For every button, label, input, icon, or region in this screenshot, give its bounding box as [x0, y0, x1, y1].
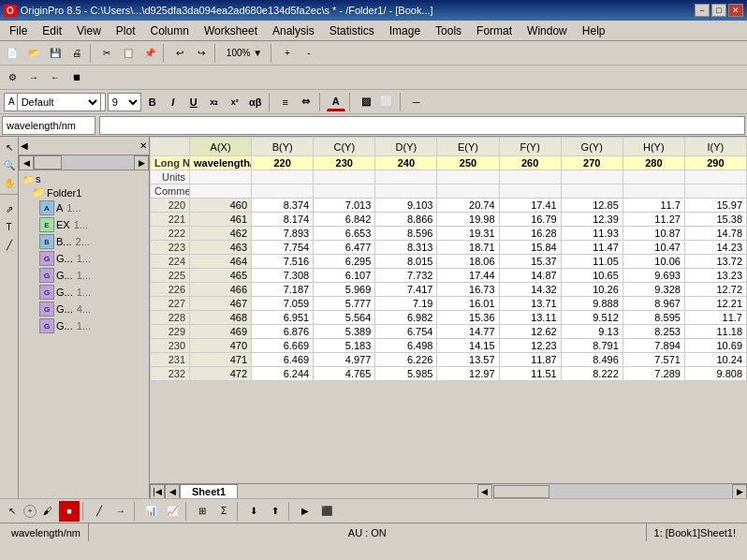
cell-11-4[interactable]: 13.57: [437, 353, 499, 367]
cell-12-3[interactable]: 5.985: [375, 367, 437, 381]
subscript-button[interactable]: x₂: [205, 93, 224, 111]
menu-statistics[interactable]: Statistics: [322, 22, 382, 39]
menu-edit[interactable]: Edit: [35, 22, 69, 39]
tree-item-2[interactable]: B B... 2...: [21, 233, 147, 250]
cell-6-7[interactable]: 9.328: [622, 283, 684, 297]
tree-left-btn[interactable]: ◀: [19, 155, 34, 170]
cell-5-2[interactable]: 6.107: [314, 269, 375, 283]
font-select[interactable]: Default: [17, 93, 101, 111]
units-g[interactable]: [561, 170, 622, 184]
cell-1-6[interactable]: 12.39: [561, 213, 622, 227]
font-size-select[interactable]: 9: [108, 93, 141, 111]
cell-5-3[interactable]: 7.732: [375, 269, 437, 283]
cell-7-5[interactable]: 13.71: [499, 297, 561, 311]
long-name-h[interactable]: 280: [622, 156, 684, 170]
col-header-g[interactable]: G(Y): [561, 138, 622, 156]
tree-item-6[interactable]: G G... 4...: [21, 301, 147, 317]
units-f[interactable]: [499, 170, 561, 184]
col-header-i[interactable]: I(Y): [684, 138, 746, 156]
menu-worksheet[interactable]: Worksheet: [197, 22, 265, 39]
tree-item-7[interactable]: G G... 1...: [21, 317, 147, 334]
cell-9-0[interactable]: 469: [190, 325, 252, 339]
cell-11-7[interactable]: 7.571: [622, 353, 684, 367]
superscript-button[interactable]: x²: [226, 93, 244, 111]
cell-9-6[interactable]: 9.13: [561, 325, 622, 339]
cell-0-7[interactable]: 11.7: [622, 199, 684, 213]
cell-7-4[interactable]: 16.01: [437, 297, 499, 311]
col-header-h[interactable]: H(Y): [622, 138, 684, 156]
cell-10-6[interactable]: 8.791: [561, 339, 622, 353]
close-button[interactable]: ✕: [728, 4, 743, 17]
arrow-tool[interactable]: ⇗: [1, 200, 18, 217]
open-btn[interactable]: 📂: [23, 43, 44, 64]
cell-11-8[interactable]: 10.24: [684, 353, 746, 367]
draw-btn[interactable]: ╱: [89, 501, 110, 522]
scroll-right-btn[interactable]: ▶: [732, 484, 747, 499]
menu-view[interactable]: View: [69, 22, 109, 39]
italic-button[interactable]: I: [164, 93, 183, 111]
underline-button[interactable]: U: [184, 93, 203, 111]
cell-8-5[interactable]: 13.11: [499, 311, 561, 325]
long-name-e[interactable]: 250: [437, 156, 499, 170]
cell-1-5[interactable]: 16.79: [499, 213, 561, 227]
calc-btn[interactable]: Σ: [213, 501, 234, 522]
cell-6-3[interactable]: 7.417: [375, 283, 437, 297]
menu-window[interactable]: Window: [520, 22, 575, 39]
cell-11-2[interactable]: 4.977: [314, 353, 375, 367]
font-color-btn[interactable]: A: [327, 93, 345, 111]
line-tool[interactable]: ╱: [1, 236, 18, 253]
cell-12-0[interactable]: 472: [190, 367, 252, 381]
cell-5-5[interactable]: 14.87: [499, 269, 561, 283]
col-header-d[interactable]: D(Y): [375, 138, 437, 156]
cell-5-7[interactable]: 9.693: [622, 269, 684, 283]
col-header-a[interactable]: A(X): [190, 138, 252, 156]
bold-button[interactable]: B: [143, 93, 162, 111]
arrow2-btn[interactable]: ←: [45, 67, 66, 88]
cell-8-6[interactable]: 9.512: [561, 311, 622, 325]
cell-0-6[interactable]: 12.85: [561, 199, 622, 213]
menu-image[interactable]: Image: [382, 22, 428, 39]
chart2-btn[interactable]: 📈: [162, 501, 183, 522]
cell-4-5[interactable]: 15.37: [499, 255, 561, 269]
first-sheet-btn[interactable]: |◀: [150, 484, 165, 499]
cell-3-3[interactable]: 8.313: [375, 241, 437, 255]
maximize-button[interactable]: □: [711, 4, 726, 17]
cell-4-0[interactable]: 464: [190, 255, 252, 269]
minimize-button[interactable]: −: [695, 4, 710, 17]
cell-5-6[interactable]: 10.65: [561, 269, 622, 283]
col-remove-btn[interactable]: -: [299, 43, 319, 64]
long-name-d[interactable]: 240: [375, 156, 437, 170]
long-name-f[interactable]: 260: [499, 156, 561, 170]
cell-7-7[interactable]: 8.967: [622, 297, 684, 311]
cell-12-8[interactable]: 9.808: [684, 367, 746, 381]
cell-4-2[interactable]: 6.295: [314, 255, 375, 269]
col-header-e[interactable]: E(Y): [437, 138, 499, 156]
cell-4-1[interactable]: 7.516: [252, 255, 314, 269]
cell-8-3[interactable]: 6.982: [375, 311, 437, 325]
units-c[interactable]: [314, 170, 375, 184]
cell-2-3[interactable]: 8.596: [375, 227, 437, 241]
line-btn[interactable]: ─: [407, 93, 426, 111]
cell-11-6[interactable]: 8.496: [561, 353, 622, 367]
cell-10-7[interactable]: 7.894: [622, 339, 684, 353]
fill-color-btn[interactable]: ▨: [357, 93, 375, 111]
cell-3-1[interactable]: 7.754: [252, 241, 314, 255]
tree-item-5[interactable]: G G... 1...: [21, 284, 147, 301]
pointer-tool[interactable]: ↖: [1, 139, 18, 155]
units-i[interactable]: [684, 170, 746, 184]
sheet-table-wrapper[interactable]: A(X) B(Y) C(Y) D(Y) E(Y) F(Y) G(Y) H(Y) …: [150, 137, 747, 483]
cell-8-7[interactable]: 8.595: [622, 311, 684, 325]
units-b[interactable]: [252, 170, 314, 184]
cell-1-1[interactable]: 8.174: [252, 213, 314, 227]
col-header-b[interactable]: B(Y): [252, 138, 314, 156]
cell-10-2[interactable]: 5.183: [314, 339, 375, 353]
cell-3-6[interactable]: 11.47: [561, 241, 622, 255]
horizontal-scrollbar[interactable]: |◀ ◀ Sheet1 ◀ ▶: [150, 483, 747, 498]
scroll-left-btn[interactable]: ◀: [477, 484, 492, 499]
cell-1-0[interactable]: 461: [190, 213, 252, 227]
long-name-c[interactable]: 230: [314, 156, 375, 170]
long-name-i[interactable]: 290: [684, 156, 746, 170]
cell-6-2[interactable]: 5.969: [314, 283, 375, 297]
data-btn[interactable]: ⊞: [192, 501, 212, 522]
new-btn[interactable]: 📄: [2, 43, 22, 64]
